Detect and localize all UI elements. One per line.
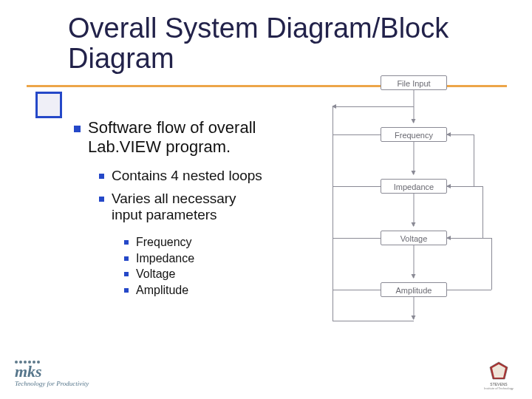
connector [474,134,474,186]
flow-node-file-input: File Input [381,75,447,90]
flow-node-impedance: Impedance [381,179,447,194]
bullet-text: Amplitude [136,284,188,296]
shield-icon [488,361,510,381]
title-accent-box [35,92,62,118]
arrow-down-icon [414,245,415,278]
bullet-square-icon [99,174,104,179]
connector [482,186,483,238]
connector [447,186,482,187]
flow-node-amplitude: Amplitude [381,282,447,297]
connector [332,238,381,239]
logo-subtext: Institute of Technology [482,386,516,390]
arrow-down-icon [414,297,415,319]
connector [332,106,333,321]
bullet-square-icon [124,272,129,276]
flow-diagram: File Input Frequency Impedance Voltage A… [319,75,508,324]
flow-node-frequency: Frequency [381,127,447,142]
bullet-level1: Software flow of overall Lab.VIEW progra… [74,118,296,157]
bullet-square-icon [124,288,129,293]
bullet-text: Software flow of overall Lab.VIEW progra… [88,118,276,157]
bullet-square-icon [124,256,129,261]
slide-title: Overall System Diagram/Block Diagram [68,13,510,74]
logo-text: mks [15,365,96,378]
bullet-level2: Varies all necessary input parameters [99,191,296,225]
bullet-text: Varies all necessary input parameters [112,191,270,225]
bullet-level2: Contains 4 nested loops [99,168,296,185]
flow-node-voltage: Voltage [381,231,447,245]
bullet-level3: Amplitude [124,282,296,299]
bullet-square-icon [99,197,104,202]
arrow-down-icon [414,142,415,174]
connector [447,290,491,290]
connector [332,290,381,290]
bullet-level3: Impedance [124,250,296,267]
bullet-text: Frequency [136,236,192,248]
connector [491,238,492,290]
bullet-square-icon [124,240,129,245]
connector [332,106,414,107]
bullet-text: Voltage [136,267,175,280]
connector [332,186,381,187]
bullet-level3: Frequency [124,234,296,250]
connector [447,134,474,135]
logo-tagline: Technology for Productivity [15,380,96,387]
bullet-text: Contains 4 nested loops [112,168,270,185]
connector [447,238,491,239]
bullet-level3: Voltage [124,266,296,282]
connector [332,321,414,321]
arrow-down-icon [414,194,415,226]
mks-logo: mks Technology for Productivity [15,361,96,387]
stevens-logo: STEVENS Institute of Technology [482,361,516,390]
bullet-square-icon [74,126,81,132]
bullet-content: Software flow of overall Lab.VIEW progra… [74,118,296,299]
bullet-text: Impedance [136,252,194,265]
connector [332,134,381,135]
